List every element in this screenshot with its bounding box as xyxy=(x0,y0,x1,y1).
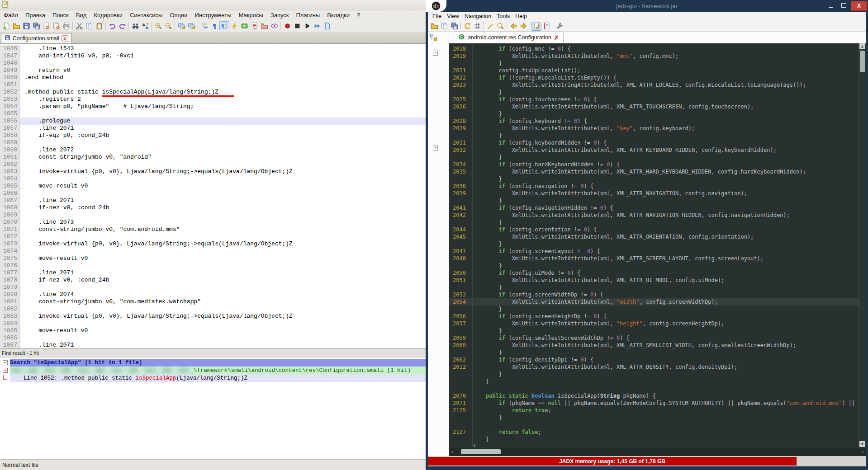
npp-menu-encoding[interactable]: Кодировки xyxy=(90,11,126,19)
npp-menu-tools[interactable]: Инструменты xyxy=(191,11,235,19)
save-all-icon[interactable] xyxy=(31,21,41,30)
back-icon[interactable] xyxy=(508,22,518,31)
tree-panel-icon[interactable] xyxy=(430,33,438,43)
close-icon[interactable] xyxy=(41,21,51,30)
horizontal-scrollbar[interactable]: ‹ › xyxy=(449,447,866,456)
scroll-right-icon[interactable]: › xyxy=(859,449,866,455)
zoom-out-icon[interactable] xyxy=(163,21,173,30)
java-code-line: 2044 if (config.orientation != 0) { xyxy=(449,226,866,233)
tree-expand-toggle[interactable]: + xyxy=(433,146,438,150)
smali-editor[interactable]: 1046 .line 15431047 and-int/lit16 v0, p0… xyxy=(0,44,426,348)
close-all-icon[interactable] xyxy=(51,21,61,30)
save-macro-icon[interactable] xyxy=(322,21,332,30)
tab-close-icon[interactable]: x xyxy=(62,35,68,42)
playback-macro-icon[interactable] xyxy=(302,21,312,30)
find-result-header[interactable]: Find result - 1 hit xyxy=(0,348,426,357)
jadx-menu-tools[interactable]: Tools xyxy=(494,13,512,20)
user-language-icon[interactable] xyxy=(239,21,249,30)
smali-code-line: 1057 .line 2071 xyxy=(0,125,426,132)
word-wrap-icon[interactable] xyxy=(199,21,209,30)
cut-icon[interactable] xyxy=(74,21,84,30)
show-paragraph-icon[interactable]: ¶ xyxy=(209,21,219,30)
sync-horizontal-icon[interactable] xyxy=(186,21,196,30)
close-button[interactable]: X xyxy=(851,1,867,11)
new-file-icon[interactable] xyxy=(1,21,11,30)
scroll-down-icon[interactable]: ▼ xyxy=(859,441,865,447)
copy-icon[interactable] xyxy=(84,21,94,30)
vertical-scrollbar[interactable]: ▲ ▼ xyxy=(859,43,866,447)
find-result-hit-row[interactable]: Line 1052: .method public static isSpeci… xyxy=(0,374,426,382)
scroll-left-icon[interactable]: ‹ xyxy=(449,449,455,455)
npp-menu-bar: ФайлПравкаПоискВидКодировкиСинтаксисыОпц… xyxy=(0,10,426,20)
npp-menu-plugins[interactable]: Плагины xyxy=(293,11,324,19)
tab-configuration-class[interactable]: C android.content.res.Configuration ✗ xyxy=(454,32,564,43)
scrollbar-thumb[interactable] xyxy=(860,51,865,72)
search-icon[interactable] xyxy=(495,22,505,31)
undo-icon[interactable] xyxy=(107,21,117,30)
tree-collapse-toggle[interactable] xyxy=(0,360,10,365)
minimize-button[interactable] xyxy=(825,1,837,10)
smali-code-line: 1065 move-result v0 xyxy=(0,183,426,190)
open-file-icon[interactable] xyxy=(11,21,21,30)
scroll-up-icon[interactable]: ▲ xyxy=(859,43,865,49)
line-number: 2051 xyxy=(449,277,473,284)
npp-menu-run[interactable]: Запуск xyxy=(267,11,293,19)
forward-icon[interactable] xyxy=(518,22,528,31)
npp-menu-macro[interactable]: Макросы xyxy=(235,11,267,19)
maximize-button[interactable] xyxy=(838,1,850,10)
npp-menu-tabs[interactable]: Вкладки xyxy=(323,11,353,19)
doc-switcher-icon[interactable] xyxy=(269,21,279,30)
reload-icon[interactable] xyxy=(462,22,472,31)
line-number: 1071 xyxy=(0,226,20,233)
line-number: 2021 xyxy=(449,67,473,74)
line-number xyxy=(449,60,473,67)
find-icon[interactable] xyxy=(130,21,140,30)
redo-icon[interactable] xyxy=(117,21,127,30)
npp-menu-settings[interactable]: Опции xyxy=(166,11,191,19)
tab-close-icon[interactable]: ✗ xyxy=(554,34,559,41)
find-result-search-row[interactable]: Search "isSpecialApp" (1 hit in 1 file) xyxy=(0,359,426,367)
npp-menu-edit[interactable]: Правка xyxy=(22,11,49,19)
tree-collapse-toggle[interactable] xyxy=(0,368,10,373)
npp-menu-file[interactable]: Файл xyxy=(0,11,22,19)
deobfuscation-icon[interactable] xyxy=(472,22,482,31)
sync-vertical-icon[interactable] xyxy=(176,21,186,30)
show-all-chars-icon[interactable]: ¶ xyxy=(219,21,229,30)
stop-macro-icon[interactable] xyxy=(292,21,302,30)
preferences-icon[interactable] xyxy=(555,22,564,31)
run-script-icon[interactable] xyxy=(249,21,259,30)
replace-icon[interactable]: Ab xyxy=(140,21,150,30)
find-result-panel[interactable]: Search "isSpecialApp" (1 hit in 1 file)\… xyxy=(0,357,426,459)
jadx-menu-view[interactable]: View xyxy=(444,13,462,20)
quark-analysis-icon[interactable] xyxy=(485,22,495,31)
java-code-editor[interactable]: ▲ ▼ 2018 if (config.mnc != 0) {2019 XmlU… xyxy=(449,43,866,447)
project-tree-collapsed[interactable]: − + xyxy=(428,32,449,456)
log-viewer-icon[interactable] xyxy=(541,22,551,31)
tab-configuration-smali[interactable]: Configuration.smali x xyxy=(1,33,72,43)
save-icon[interactable] xyxy=(21,21,31,30)
doc-map-icon[interactable] xyxy=(259,21,269,30)
open-file-icon[interactable] xyxy=(429,22,439,31)
npp-menu-search[interactable]: Поиск xyxy=(49,11,72,19)
line-number: 2125 xyxy=(449,407,473,414)
tree-collapse-toggle[interactable]: − xyxy=(433,51,438,56)
editor-mode-icon[interactable] xyxy=(531,22,541,31)
scrollbar-thumb[interactable] xyxy=(461,449,501,454)
indent-guide-icon[interactable] xyxy=(229,21,239,30)
find-result-file-row[interactable]: \framework\smali\android\content\res\Con… xyxy=(0,367,426,374)
paste-icon[interactable] xyxy=(94,21,104,30)
print-icon[interactable] xyxy=(61,21,71,30)
npp-menu-help[interactable]: ? xyxy=(353,11,364,19)
record-macro-icon[interactable] xyxy=(282,21,292,30)
java-code-line: 2045 XmlUtils.writeIntAttribute(xml, XML… xyxy=(449,233,866,240)
npp-menu-view[interactable]: Вид xyxy=(72,11,90,19)
jadx-menu-help[interactable]: Help xyxy=(512,13,530,20)
add-files-icon[interactable] xyxy=(439,22,449,31)
jadx-menu-file[interactable]: File xyxy=(430,13,444,20)
zoom-in-icon[interactable] xyxy=(153,21,163,30)
jadx-menu-navigation[interactable]: Navigation xyxy=(462,13,494,20)
npp-menu-language[interactable]: Синтаксисы xyxy=(126,11,166,19)
run-macro-multiple-icon[interactable] xyxy=(312,21,322,30)
line-number: 2028 xyxy=(449,118,473,125)
save-all-icon[interactable] xyxy=(449,22,459,31)
